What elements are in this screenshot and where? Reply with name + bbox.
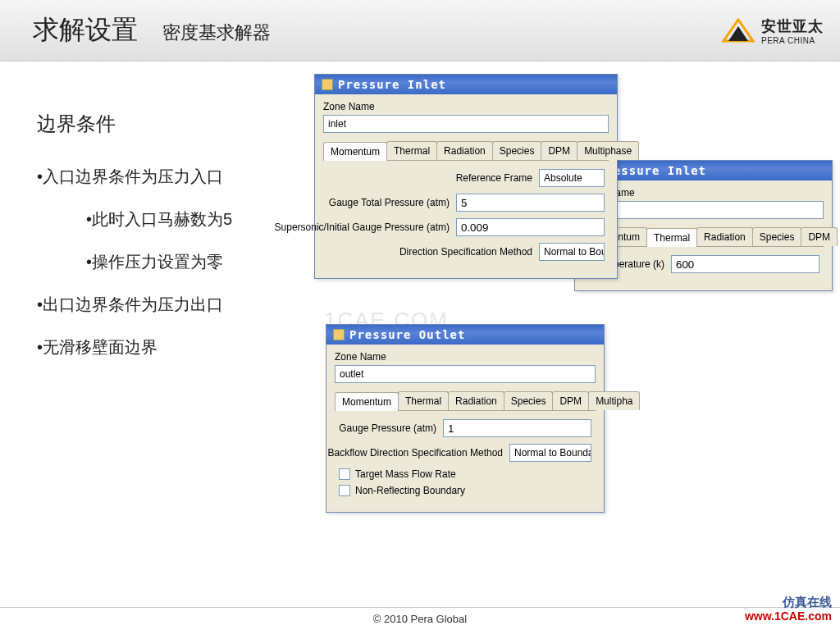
tab-dpm[interactable]: DPM	[552, 391, 589, 410]
dialog-pressure-outlet: Pressure Outlet Zone Name Momentum Therm…	[326, 324, 605, 513]
gauge-pressure-label: Gauge Pressure (atm)	[339, 422, 436, 434]
tab-dpm[interactable]: DPM	[541, 141, 578, 160]
bullet-1b: •操作压力设置为零	[86, 251, 299, 273]
tab-momentum[interactable]: Momentum	[335, 392, 399, 411]
reference-frame-label: Reference Frame	[456, 172, 532, 184]
gauge-pressure-input[interactable]	[443, 419, 591, 437]
tab-radiation[interactable]: Radiation	[436, 141, 493, 160]
zone-name-input[interactable]	[323, 115, 609, 133]
backflow-direction-select[interactable]: Normal to Boundary	[509, 444, 591, 462]
bullet-1: •入口边界条件为压力入口	[37, 166, 299, 188]
bullet-1a: •此时入口马赫数为5	[86, 208, 299, 231]
dialog-pressure-inlet-momentum: Pressure Inlet Zone Name Momentum Therma…	[314, 74, 618, 279]
tab-strip: Momentum Thermal Radiation Species DPM M…	[323, 141, 609, 161]
watermark-cn: 仿真在线	[745, 595, 832, 609]
non-reflecting-checkbox[interactable]	[339, 485, 350, 496]
title-group: 求解设置 密度基求解器	[33, 12, 271, 48]
tab-species[interactable]: Species	[492, 141, 542, 160]
zone-name-label: Zone Name	[583, 187, 824, 199]
zone-name-input[interactable]	[335, 365, 596, 383]
slide-body: 边界条件 •入口边界条件为压力入口 •此时入口马赫数为5 •操作压力设置为零 •…	[37, 111, 299, 379]
target-mass-flow-checkbox[interactable]	[339, 468, 350, 480]
tab-thermal[interactable]: Thermal	[646, 228, 697, 247]
backflow-direction-label: Backflow Direction Specification Method	[328, 447, 503, 459]
tab-strip: Momentum Thermal Radiation Species DPM	[583, 227, 824, 247]
tab-strip: Momentum Thermal Radiation Species DPM M…	[335, 391, 596, 411]
logo-en: PERA CHINA	[761, 36, 824, 45]
dialog-title-text: Pressure Outlet	[349, 328, 465, 341]
gauge-total-pressure-input[interactable]	[456, 194, 605, 212]
tab-species[interactable]: Species	[752, 227, 802, 246]
tab-thermal[interactable]: Thermal	[386, 141, 437, 160]
copyright: © 2010 Pera Global	[373, 613, 467, 625]
page-subtitle: 密度基求解器	[162, 21, 271, 45]
bullet-3: •无滑移壁面边界	[37, 336, 299, 358]
dialog-titlebar[interactable]: Pressure Outlet	[326, 325, 604, 345]
supersonic-pressure-label: Supersonic/Initial Gauge Pressure (atm)	[275, 221, 450, 233]
tab-multiphase[interactable]: Multiphase	[577, 141, 639, 160]
tab-radiation[interactable]: Radiation	[696, 227, 753, 246]
total-temperature-input[interactable]	[671, 255, 819, 273]
bullet-2: •出口边界条件为压力出口	[37, 294, 299, 316]
target-mass-flow-label: Target Mass Flow Rate	[355, 468, 456, 480]
zone-name-label: Zone Name	[323, 101, 609, 112]
zone-name-label: Zone Name	[335, 351, 596, 363]
slide-footer: © 2010 Pera Global	[0, 607, 840, 630]
dialog-title-text: Pressure Inlet	[338, 78, 446, 91]
tab-multiphase[interactable]: Multipha	[588, 391, 640, 410]
tab-dpm[interactable]: DPM	[801, 227, 838, 246]
tab-species[interactable]: Species	[504, 391, 554, 410]
logo-icon	[722, 18, 755, 43]
tab-momentum[interactable]: Momentum	[323, 142, 387, 161]
logo: 安世亚太 PERA CHINA	[722, 16, 824, 45]
app-icon	[333, 329, 345, 340]
watermark-url: www.1CAE.com	[745, 609, 832, 623]
page-title: 求解设置	[33, 12, 138, 48]
logo-cn: 安世亚太	[761, 16, 824, 36]
watermark-right: 仿真在线 www.1CAE.com	[745, 595, 832, 623]
dialog-titlebar[interactable]: Pressure Inlet	[315, 75, 617, 94]
tab-radiation[interactable]: Radiation	[448, 391, 504, 410]
non-reflecting-label: Non-Reflecting Boundary	[355, 485, 465, 496]
supersonic-pressure-input[interactable]	[456, 218, 605, 236]
reference-frame-select[interactable]: Absolute	[539, 169, 605, 187]
app-icon	[322, 79, 333, 90]
direction-method-label: Direction Specification Method	[399, 246, 532, 258]
slide-header: 求解设置 密度基求解器 安世亚太 PERA CHINA	[0, 0, 840, 62]
tab-thermal[interactable]: Thermal	[398, 391, 449, 410]
section-heading: 边界条件	[37, 111, 299, 137]
gauge-total-pressure-label: Gauge Total Pressure (atm)	[329, 197, 450, 208]
direction-method-select[interactable]: Normal to Bound	[539, 243, 605, 261]
zone-name-input[interactable]	[583, 201, 824, 219]
